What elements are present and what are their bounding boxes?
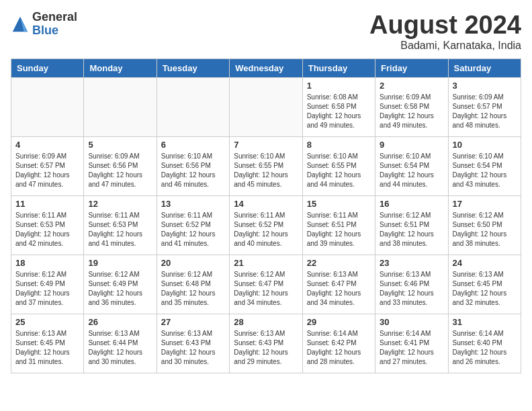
weekday-header: Thursday <box>302 59 375 78</box>
month-title: August 2024 <box>369 11 521 40</box>
day-info: Sunrise: 6:13 AM Sunset: 6:43 PM Dayligh… <box>161 329 225 367</box>
day-number: 16 <box>380 199 443 209</box>
day-info: Sunrise: 6:09 AM Sunset: 6:56 PM Dayligh… <box>88 152 152 189</box>
day-number: 6 <box>161 140 225 150</box>
day-info: Sunrise: 6:10 AM Sunset: 6:54 PM Dayligh… <box>453 152 517 189</box>
day-number: 20 <box>161 258 225 268</box>
calendar-cell: 11Sunrise: 6:11 AM Sunset: 6:53 PM Dayli… <box>11 196 84 255</box>
day-number: 4 <box>15 140 79 150</box>
day-info: Sunrise: 6:13 AM Sunset: 6:46 PM Dayligh… <box>380 270 443 308</box>
day-number: 12 <box>88 199 152 209</box>
calendar-cell: 5Sunrise: 6:09 AM Sunset: 6:56 PM Daylig… <box>84 137 157 196</box>
calendar-week-row: 25Sunrise: 6:13 AM Sunset: 6:45 PM Dayli… <box>11 314 521 373</box>
calendar-cell <box>157 78 229 137</box>
day-info: Sunrise: 6:10 AM Sunset: 6:55 PM Dayligh… <box>307 152 371 189</box>
day-info: Sunrise: 6:10 AM Sunset: 6:55 PM Dayligh… <box>234 152 298 189</box>
calendar-header-row: SundayMondayTuesdayWednesdayThursdayFrid… <box>11 59 521 78</box>
day-number: 18 <box>15 258 79 268</box>
calendar-cell: 18Sunrise: 6:12 AM Sunset: 6:49 PM Dayli… <box>11 255 84 314</box>
day-number: 24 <box>453 258 517 268</box>
day-info: Sunrise: 6:12 AM Sunset: 6:51 PM Dayligh… <box>380 211 443 248</box>
calendar-table: SundayMondayTuesdayWednesdayThursdayFrid… <box>11 58 521 373</box>
calendar-cell: 31Sunrise: 6:14 AM Sunset: 6:40 PM Dayli… <box>448 314 521 373</box>
day-number: 15 <box>307 199 371 209</box>
day-number: 11 <box>15 199 79 209</box>
day-number: 28 <box>234 317 298 327</box>
calendar-cell: 30Sunrise: 6:14 AM Sunset: 6:41 PM Dayli… <box>375 314 448 373</box>
day-info: Sunrise: 6:09 AM Sunset: 6:57 PM Dayligh… <box>15 152 79 189</box>
weekday-header: Saturday <box>448 59 521 78</box>
day-number: 26 <box>88 317 152 327</box>
day-number: 9 <box>380 140 443 150</box>
calendar-cell: 3Sunrise: 6:09 AM Sunset: 6:57 PM Daylig… <box>448 78 521 137</box>
day-number: 29 <box>307 317 371 327</box>
calendar-cell: 9Sunrise: 6:10 AM Sunset: 6:54 PM Daylig… <box>375 137 448 196</box>
weekday-header: Monday <box>84 59 157 78</box>
day-info: Sunrise: 6:13 AM Sunset: 6:45 PM Dayligh… <box>453 270 517 308</box>
calendar-cell: 24Sunrise: 6:13 AM Sunset: 6:45 PM Dayli… <box>448 255 521 314</box>
calendar-cell: 13Sunrise: 6:11 AM Sunset: 6:52 PM Dayli… <box>157 196 229 255</box>
day-info: Sunrise: 6:13 AM Sunset: 6:45 PM Dayligh… <box>15 329 79 367</box>
calendar-week-row: 18Sunrise: 6:12 AM Sunset: 6:49 PM Dayli… <box>11 255 521 314</box>
day-info: Sunrise: 6:14 AM Sunset: 6:40 PM Dayligh… <box>453 329 517 367</box>
logo-text: General Blue <box>32 11 77 38</box>
day-info: Sunrise: 6:08 AM Sunset: 6:58 PM Dayligh… <box>307 93 371 130</box>
calendar-week-row: 1Sunrise: 6:08 AM Sunset: 6:58 PM Daylig… <box>11 78 521 137</box>
weekday-header: Sunday <box>11 59 84 78</box>
day-info: Sunrise: 6:10 AM Sunset: 6:54 PM Dayligh… <box>380 152 443 189</box>
day-number: 25 <box>15 317 79 327</box>
day-info: Sunrise: 6:11 AM Sunset: 6:52 PM Dayligh… <box>161 211 225 248</box>
calendar-cell: 17Sunrise: 6:12 AM Sunset: 6:50 PM Dayli… <box>448 196 521 255</box>
day-number: 21 <box>234 258 298 268</box>
day-number: 7 <box>234 140 298 150</box>
logo-icon <box>11 15 30 34</box>
calendar-cell: 21Sunrise: 6:12 AM Sunset: 6:47 PM Dayli… <box>230 255 302 314</box>
day-number: 3 <box>453 81 517 91</box>
calendar-cell <box>11 78 84 137</box>
day-info: Sunrise: 6:09 AM Sunset: 6:58 PM Dayligh… <box>380 93 443 130</box>
calendar-cell: 25Sunrise: 6:13 AM Sunset: 6:45 PM Dayli… <box>11 314 84 373</box>
day-number: 14 <box>234 199 298 209</box>
day-number: 13 <box>161 199 225 209</box>
day-info: Sunrise: 6:11 AM Sunset: 6:53 PM Dayligh… <box>15 211 79 248</box>
calendar-cell: 16Sunrise: 6:12 AM Sunset: 6:51 PM Dayli… <box>375 196 448 255</box>
calendar-cell: 4Sunrise: 6:09 AM Sunset: 6:57 PM Daylig… <box>11 137 84 196</box>
day-number: 17 <box>453 199 517 209</box>
day-number: 22 <box>307 258 371 268</box>
weekday-header: Friday <box>375 59 448 78</box>
day-number: 1 <box>307 81 371 91</box>
weekday-header: Tuesday <box>157 59 229 78</box>
day-info: Sunrise: 6:12 AM Sunset: 6:49 PM Dayligh… <box>88 270 152 308</box>
calendar-cell: 26Sunrise: 6:13 AM Sunset: 6:44 PM Dayli… <box>84 314 157 373</box>
calendar-cell: 22Sunrise: 6:13 AM Sunset: 6:47 PM Dayli… <box>302 255 375 314</box>
calendar-cell: 12Sunrise: 6:11 AM Sunset: 6:53 PM Dayli… <box>84 196 157 255</box>
calendar-cell: 15Sunrise: 6:11 AM Sunset: 6:51 PM Dayli… <box>302 196 375 255</box>
calendar-cell: 10Sunrise: 6:10 AM Sunset: 6:54 PM Dayli… <box>448 137 521 196</box>
day-info: Sunrise: 6:13 AM Sunset: 6:44 PM Dayligh… <box>88 329 152 367</box>
page-header: General Blue August 2024 Badami, Karnata… <box>11 11 521 52</box>
day-info: Sunrise: 6:12 AM Sunset: 6:49 PM Dayligh… <box>15 270 79 308</box>
calendar-cell: 6Sunrise: 6:10 AM Sunset: 6:56 PM Daylig… <box>157 137 229 196</box>
day-info: Sunrise: 6:11 AM Sunset: 6:53 PM Dayligh… <box>88 211 152 248</box>
calendar-cell: 7Sunrise: 6:10 AM Sunset: 6:55 PM Daylig… <box>230 137 302 196</box>
calendar-cell: 29Sunrise: 6:14 AM Sunset: 6:42 PM Dayli… <box>302 314 375 373</box>
day-number: 8 <box>307 140 371 150</box>
day-number: 27 <box>161 317 225 327</box>
calendar-cell: 20Sunrise: 6:12 AM Sunset: 6:48 PM Dayli… <box>157 255 229 314</box>
location: Badami, Karnataka, India <box>369 40 521 52</box>
day-info: Sunrise: 6:12 AM Sunset: 6:48 PM Dayligh… <box>161 270 225 308</box>
calendar-cell <box>230 78 302 137</box>
day-number: 23 <box>380 258 443 268</box>
calendar-cell <box>84 78 157 137</box>
day-info: Sunrise: 6:11 AM Sunset: 6:51 PM Dayligh… <box>307 211 371 248</box>
weekday-header: Wednesday <box>230 59 302 78</box>
day-number: 19 <box>88 258 152 268</box>
day-info: Sunrise: 6:13 AM Sunset: 6:43 PM Dayligh… <box>234 329 298 367</box>
day-info: Sunrise: 6:12 AM Sunset: 6:47 PM Dayligh… <box>234 270 298 308</box>
day-number: 5 <box>88 140 152 150</box>
calendar-cell: 14Sunrise: 6:11 AM Sunset: 6:52 PM Dayli… <box>230 196 302 255</box>
calendar-cell: 2Sunrise: 6:09 AM Sunset: 6:58 PM Daylig… <box>375 78 448 137</box>
day-info: Sunrise: 6:11 AM Sunset: 6:52 PM Dayligh… <box>234 211 298 248</box>
day-number: 10 <box>453 140 517 150</box>
day-info: Sunrise: 6:13 AM Sunset: 6:47 PM Dayligh… <box>307 270 371 308</box>
